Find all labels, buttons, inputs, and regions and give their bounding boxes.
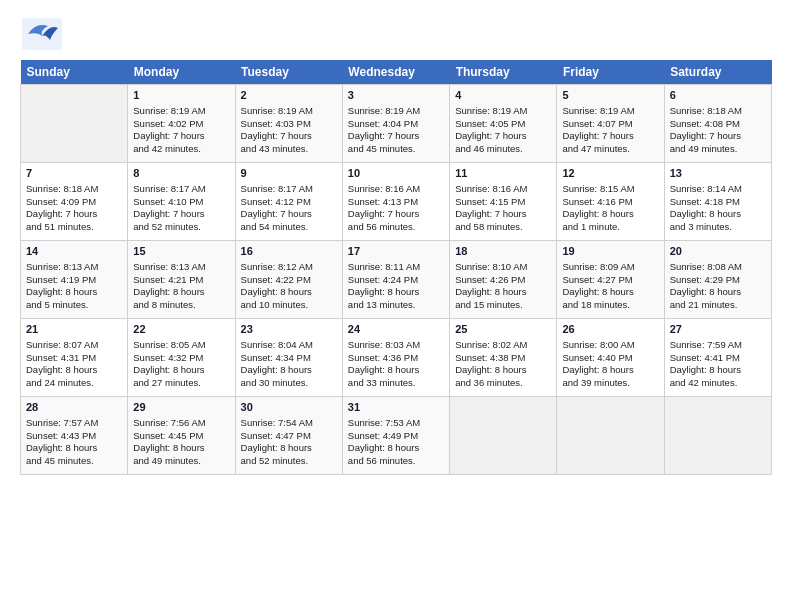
day-info-line: and 30 minutes. (241, 377, 337, 390)
day-info-line: Sunrise: 8:07 AM (26, 339, 122, 352)
day-number: 3 (348, 88, 444, 103)
calendar-cell: 15Sunrise: 8:13 AMSunset: 4:21 PMDayligh… (128, 241, 235, 319)
day-info-line: and 18 minutes. (562, 299, 658, 312)
calendar-cell: 9Sunrise: 8:17 AMSunset: 4:12 PMDaylight… (235, 163, 342, 241)
day-number: 11 (455, 166, 551, 181)
day-info-line: Sunrise: 7:57 AM (26, 417, 122, 430)
day-info-line: and 33 minutes. (348, 377, 444, 390)
day-number: 15 (133, 244, 229, 259)
calendar-cell: 27Sunrise: 7:59 AMSunset: 4:41 PMDayligh… (664, 319, 771, 397)
day-info-line: and 47 minutes. (562, 143, 658, 156)
calendar-cell: 25Sunrise: 8:02 AMSunset: 4:38 PMDayligh… (450, 319, 557, 397)
day-info-line: and 56 minutes. (348, 221, 444, 234)
day-info-line: Sunset: 4:08 PM (670, 118, 766, 131)
day-info-line: Daylight: 8 hours (670, 208, 766, 221)
day-info-line: Sunset: 4:38 PM (455, 352, 551, 365)
day-info-line: Sunrise: 8:03 AM (348, 339, 444, 352)
day-header-friday: Friday (557, 60, 664, 85)
calendar-cell: 1Sunrise: 8:19 AMSunset: 4:02 PMDaylight… (128, 85, 235, 163)
day-info-line: and 15 minutes. (455, 299, 551, 312)
day-number: 31 (348, 400, 444, 415)
day-info-line: Daylight: 7 hours (348, 208, 444, 221)
day-info-line: Sunset: 4:18 PM (670, 196, 766, 209)
day-number: 24 (348, 322, 444, 337)
day-info-line: and 42 minutes. (670, 377, 766, 390)
calendar-cell: 19Sunrise: 8:09 AMSunset: 4:27 PMDayligh… (557, 241, 664, 319)
day-info-line: and 58 minutes. (455, 221, 551, 234)
day-number: 1 (133, 88, 229, 103)
day-info-line: and 49 minutes. (670, 143, 766, 156)
day-number: 19 (562, 244, 658, 259)
day-info-line: Sunrise: 8:04 AM (241, 339, 337, 352)
day-info-line: Sunrise: 8:13 AM (26, 261, 122, 274)
day-info-line: Daylight: 7 hours (241, 208, 337, 221)
day-info-line: and 52 minutes. (241, 455, 337, 468)
day-header-wednesday: Wednesday (342, 60, 449, 85)
day-number: 17 (348, 244, 444, 259)
day-number: 21 (26, 322, 122, 337)
logo-icon (20, 16, 64, 52)
day-header-thursday: Thursday (450, 60, 557, 85)
day-number: 7 (26, 166, 122, 181)
day-number: 5 (562, 88, 658, 103)
day-number: 18 (455, 244, 551, 259)
day-info-line: Daylight: 7 hours (348, 130, 444, 143)
calendar-cell: 14Sunrise: 8:13 AMSunset: 4:19 PMDayligh… (21, 241, 128, 319)
day-info-line: Sunrise: 8:19 AM (562, 105, 658, 118)
day-info-line: Daylight: 8 hours (562, 364, 658, 377)
day-info-line: Sunrise: 7:59 AM (670, 339, 766, 352)
day-info-line: Sunset: 4:12 PM (241, 196, 337, 209)
day-info-line: Sunset: 4:21 PM (133, 274, 229, 287)
day-info-line: Daylight: 8 hours (348, 442, 444, 455)
calendar-cell (21, 85, 128, 163)
calendar-cell: 24Sunrise: 8:03 AMSunset: 4:36 PMDayligh… (342, 319, 449, 397)
day-number: 2 (241, 88, 337, 103)
day-info-line: Sunrise: 8:10 AM (455, 261, 551, 274)
day-number: 25 (455, 322, 551, 337)
day-info-line: Sunset: 4:13 PM (348, 196, 444, 209)
day-number: 30 (241, 400, 337, 415)
day-info-line: Sunrise: 8:09 AM (562, 261, 658, 274)
day-number: 9 (241, 166, 337, 181)
day-header-saturday: Saturday (664, 60, 771, 85)
calendar-cell: 11Sunrise: 8:16 AMSunset: 4:15 PMDayligh… (450, 163, 557, 241)
day-info-line: Sunset: 4:07 PM (562, 118, 658, 131)
day-info-line: Sunrise: 8:17 AM (241, 183, 337, 196)
day-number: 28 (26, 400, 122, 415)
day-info-line: Daylight: 7 hours (670, 130, 766, 143)
day-info-line: and 24 minutes. (26, 377, 122, 390)
day-header-tuesday: Tuesday (235, 60, 342, 85)
day-header-sunday: Sunday (21, 60, 128, 85)
day-info-line: and 56 minutes. (348, 455, 444, 468)
day-info-line: and 54 minutes. (241, 221, 337, 234)
week-row-1: 1Sunrise: 8:19 AMSunset: 4:02 PMDaylight… (21, 85, 772, 163)
day-info-line: Daylight: 7 hours (562, 130, 658, 143)
calendar-cell: 12Sunrise: 8:15 AMSunset: 4:16 PMDayligh… (557, 163, 664, 241)
calendar-cell: 13Sunrise: 8:14 AMSunset: 4:18 PMDayligh… (664, 163, 771, 241)
calendar-cell: 31Sunrise: 7:53 AMSunset: 4:49 PMDayligh… (342, 397, 449, 475)
calendar-cell: 29Sunrise: 7:56 AMSunset: 4:45 PMDayligh… (128, 397, 235, 475)
day-info-line: Sunrise: 8:08 AM (670, 261, 766, 274)
day-info-line: Sunset: 4:45 PM (133, 430, 229, 443)
day-info-line: Sunrise: 8:05 AM (133, 339, 229, 352)
day-info-line: Daylight: 8 hours (133, 364, 229, 377)
day-info-line: Sunset: 4:43 PM (26, 430, 122, 443)
calendar-cell: 8Sunrise: 8:17 AMSunset: 4:10 PMDaylight… (128, 163, 235, 241)
day-number: 27 (670, 322, 766, 337)
day-info-line: and 5 minutes. (26, 299, 122, 312)
day-info-line: Sunrise: 8:19 AM (241, 105, 337, 118)
day-info-line: and 43 minutes. (241, 143, 337, 156)
day-info-line: Daylight: 7 hours (26, 208, 122, 221)
day-info-line: Daylight: 8 hours (26, 364, 122, 377)
day-info-line: Sunset: 4:47 PM (241, 430, 337, 443)
day-info-line: Sunset: 4:40 PM (562, 352, 658, 365)
day-info-line: Sunrise: 8:18 AM (26, 183, 122, 196)
day-info-line: Daylight: 8 hours (133, 286, 229, 299)
day-info-line: Daylight: 8 hours (348, 364, 444, 377)
calendar-cell: 28Sunrise: 7:57 AMSunset: 4:43 PMDayligh… (21, 397, 128, 475)
day-info-line: Sunset: 4:32 PM (133, 352, 229, 365)
week-row-3: 14Sunrise: 8:13 AMSunset: 4:19 PMDayligh… (21, 241, 772, 319)
day-info-line: Daylight: 7 hours (241, 130, 337, 143)
day-info-line: and 52 minutes. (133, 221, 229, 234)
day-info-line: and 46 minutes. (455, 143, 551, 156)
